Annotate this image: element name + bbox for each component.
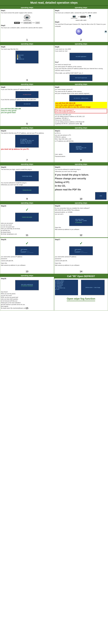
cell-7-number: 7: [26, 159, 28, 162]
step2-label: Step2:: [1, 24, 53, 26]
step5-screenshot: 📁 IMS-4200 📁 tool 📁 PDF 📄 readme.txt: [15, 50, 39, 64]
step13-text: You must be allowed to install this plug…: [55, 168, 107, 172]
step10-note: you must set ip address for you PC.: [1, 148, 53, 150]
check-icon-2: ✓: [25, 241, 28, 246]
step17-screenshot: Add Camera IP: ___________ Password: ___…: [69, 246, 93, 255]
step6-label: Step6:: [55, 46, 107, 48]
cell-8-number: 8: [80, 159, 82, 162]
network-cable-label-2: network cable: [76, 20, 83, 21]
step2-text: You must use a network cable, connect th…: [1, 27, 53, 29]
cell-6: operating steps Step9: you need change c…: [54, 83, 108, 126]
cell-10: operating steps Step13: You must be allo…: [54, 163, 108, 201]
cell-11-number: 11: [26, 234, 28, 236]
cell-13: Step16: ✓ Add Camera IP: ___________ Pas…: [0, 238, 54, 274]
step15-open-text: Open this. Add camera ip address in you …: [55, 226, 107, 230]
cell-14-number: 14: [80, 270, 82, 273]
step16-open-text: Open this. Add camera ip address In you …: [1, 262, 53, 266]
step11-label: Step11:: [55, 130, 107, 132]
network-cable-label: network cable: [23, 22, 32, 24]
step5-text: You need copy files like this:: [1, 48, 53, 50]
step10-screenshot: C:\> ipconfig IP Address: 192.168.1.100 …: [15, 135, 39, 148]
cell-11: operating steps Step14: ✓ Camera view ac…: [0, 202, 54, 238]
cell-1: operating steps Step1: You must connect …: [0, 6, 54, 42]
step16-text: you need write camera IP address passwor…: [1, 256, 53, 262]
cell-9-header: operating steps: [0, 163, 54, 166]
step12-screenshot-a: Install plugin dialog: [15, 171, 39, 181]
step6-text: 1,you need run: ims-42002,you need run: …: [55, 48, 107, 52]
cell-15: operating steps Step18: IMS-4200 multich…: [0, 274, 54, 310]
cell-2-number: 2: [80, 38, 82, 41]
cell-12: operating steps Step15: Do you remember …: [54, 202, 108, 238]
step10-text: You need to find this new PC IP address,…: [1, 132, 53, 134]
step9-highlight-text: you will find:192.168.0.99 not in the sa…: [55, 102, 107, 108]
cell-8: operating steps Step11: ip 40 b is. you …: [54, 126, 108, 162]
step13-label: Step13:: [55, 166, 107, 168]
cell-6-number: 6: [80, 122, 82, 125]
cell-defrost: Call "95" Open DEFROST CAMERA MENU ► EXP…: [54, 274, 108, 310]
cell-9: operating steps Step12: The first time y…: [0, 163, 54, 201]
defrost-camera-view: Defrost active — clear image: [81, 280, 105, 295]
step17-open-text: Open this. Add camera ip address In you …: [55, 262, 107, 266]
step17-label: Step17:: [55, 239, 107, 240]
step4-text: You need find CD,and open Camera CD. Cop…: [55, 23, 107, 27]
step4-label: Step4:: [55, 21, 107, 23]
cell-14: Step17: ✓ Add Camera IP: ___________ Pas…: [54, 238, 108, 274]
check-icon-3: ✓: [80, 241, 83, 246]
cell-2-header: operating steps: [54, 6, 108, 9]
step17-text: you need write camera IP address passwor…: [55, 256, 107, 262]
cell-12-header: operating steps: [54, 202, 108, 204]
cell-6-header: operating steps: [54, 83, 108, 86]
cell-5-number: 5: [26, 122, 28, 125]
step12-text: The first time you login, need to instal…: [1, 168, 53, 170]
cell-5-header: operating steps: [0, 83, 54, 86]
cell-1-number: 1: [26, 38, 28, 41]
step8-screenshot-a: no device found: [15, 91, 39, 98]
cell-3-header: operating steps: [0, 42, 54, 45]
step11-text: ip 40 b is. you can see picture in PC. O…: [55, 132, 107, 142]
step16-label: Step16:: [1, 239, 53, 240]
step16-screenshot: Add Camera IP: ___________ Password: ___…: [15, 246, 39, 255]
step3-text: You must use a network cable, connect th…: [55, 12, 107, 14]
switch-label-2: switch: [83, 20, 87, 21]
step14-label: Step14:: [1, 205, 53, 207]
step8-text2: If you find the camera IP address like t…: [1, 99, 53, 100]
check-icon-1: ✓: [25, 208, 28, 212]
cell-10-header: operating steps: [54, 163, 108, 166]
step12-label: Step12:: [1, 166, 53, 168]
step6-screenshot: ims-4200 application: [69, 53, 93, 60]
cell-8-header: operating steps: [54, 126, 108, 129]
step7-text: You need run lsearch tool.You need searc…: [55, 64, 107, 72]
cell-4-header: operating steps: [54, 42, 108, 45]
step13-pdf-icon: PDF: [95, 192, 107, 200]
step9-screenshot-a: 192.168.0.99 — different subnet: [69, 95, 93, 101]
cell-10-number: 10: [80, 198, 82, 200]
step8-screenshot-b: 192.168.0.99: [15, 101, 39, 107]
cell-5: operating steps Step8: If you can't find…: [0, 83, 54, 126]
step8-text: If you can't find the camera IP address …: [1, 88, 53, 90]
cell-7: operating steps Step10: You need to find…: [0, 126, 54, 162]
step13-pdf-text: If you install the plug-in failure. Plea…: [55, 173, 107, 192]
cell-4: operating steps Step6: 1,you need run: i…: [54, 42, 108, 82]
dc12v-label-2: DC12V: [80, 16, 86, 18]
step12-note: You must be allowed to install the plug-…: [1, 182, 53, 186]
step18-label: Step18:: [1, 278, 53, 280]
step8-label: Step8:: [1, 86, 53, 88]
step1-label: Step1:: [1, 10, 53, 12]
cell-9-number: 9: [26, 198, 28, 200]
cell-7-header: operating steps: [0, 126, 54, 129]
cell-2: operating steps Step3: You must use a ne…: [54, 6, 108, 42]
defrost-call-header: Call "95" Open DEFROST: [54, 274, 108, 278]
step3-label: Step3:: [55, 10, 107, 12]
dc-power-label: DC12V: [14, 22, 20, 24]
step12-screenshot-b: Camera live view: [15, 186, 39, 194]
cell-4-number: 4: [80, 79, 82, 82]
page-title: Must read, detailed operation steps: [0, 0, 108, 6]
cell-15-header: operating steps: [0, 274, 54, 277]
step18-dear-text: Dear friend! When you see the picture. y…: [1, 291, 53, 309]
step14-screenshot: Camera view active: [15, 213, 39, 222]
switch-label: switch: [35, 22, 40, 24]
defrost-function-title: Open wipe fog function: [67, 297, 95, 301]
step1-text: You must connect the power supply to the…: [1, 12, 53, 14]
step11-screenshot: IE Browser http://192.168.1.133 Login Pa…: [69, 142, 93, 153]
step9-important: This step is very important !!! You must…: [55, 109, 107, 113]
